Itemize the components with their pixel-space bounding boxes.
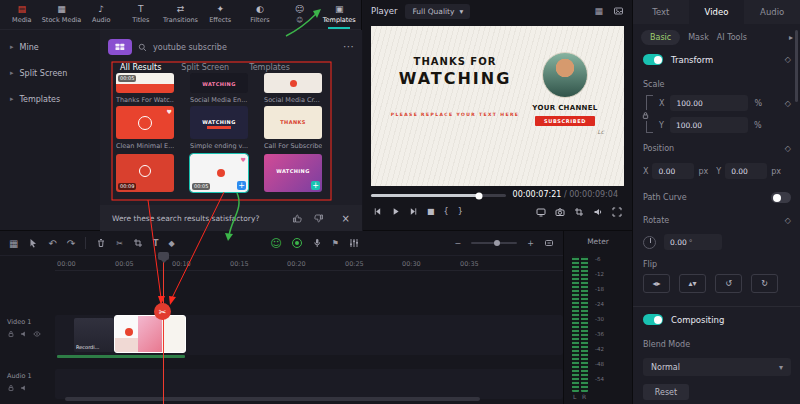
track-mute-icon[interactable] — [20, 330, 28, 338]
pointer-tool-icon[interactable] — [28, 238, 38, 248]
template-card[interactable]: 00:09 — [116, 154, 174, 192]
rotate-input[interactable]: 0.00° — [664, 234, 722, 250]
zoom-in-icon[interactable]: + — [527, 239, 534, 248]
undo-icon[interactable]: ↶ — [48, 238, 56, 249]
tab-filters[interactable]: ◐Filters — [240, 0, 280, 29]
tab-result-split-screen[interactable]: Split Screen — [181, 63, 229, 72]
marker-icon[interactable]: ⚑ — [332, 239, 339, 248]
favorite-icon[interactable]: ♥ — [167, 108, 172, 115]
record-icon[interactable] — [292, 238, 302, 248]
timeline-ruler[interactable]: 00:00 00:05 00:10 00:15 00:20 00:25 00:3… — [55, 257, 563, 271]
mark-in-icon[interactable]: { — [444, 207, 449, 216]
subtab-basic[interactable]: Basic — [641, 30, 680, 45]
rotate-ccw-button[interactable]: ↺ — [715, 274, 742, 293]
tab-templates[interactable]: ▣Templates — [319, 0, 359, 29]
blend-mode-select[interactable]: Normal ▾ — [643, 358, 791, 376]
track-lock-icon[interactable] — [7, 330, 15, 338]
step-forward-icon[interactable] — [409, 207, 418, 216]
media-bin-icon[interactable]: ▦ — [9, 238, 18, 249]
linked-audio-strip[interactable] — [57, 355, 185, 358]
template-thumbnail[interactable]: 00:05 — [116, 73, 174, 93]
tab-text[interactable]: Text — [633, 0, 689, 24]
rotate-dial[interactable] — [643, 236, 656, 249]
template-thumbnail[interactable]: ♥ — [116, 106, 174, 139]
template-card[interactable]: WATCHING Social Media En... — [190, 73, 248, 104]
tab-video[interactable]: Video — [689, 0, 745, 24]
template-card[interactable]: ♥ Clean Minimal E... — [116, 106, 174, 150]
mixer-icon[interactable] — [349, 238, 359, 248]
split-scissors-icon[interactable]: ✂ — [116, 239, 123, 248]
tab-all-results[interactable]: All Results — [120, 63, 161, 72]
crop-tool-icon[interactable] — [133, 238, 143, 248]
template-thumbnail[interactable]: WATCHING + — [264, 154, 322, 192]
crop-icon[interactable] — [574, 207, 584, 217]
subtab-mask[interactable]: Mask — [688, 33, 709, 42]
sidebar-item-templates[interactable]: ▸Templates — [0, 86, 100, 112]
tab-media[interactable]: ▤Media — [2, 0, 42, 29]
playhead-line[interactable] — [163, 255, 164, 404]
step-back-icon[interactable] — [373, 207, 382, 216]
position-x-input[interactable]: 0.00 — [652, 163, 694, 179]
track-hide-icon[interactable] — [33, 330, 41, 338]
template-thumbnail[interactable]: THANKS — [264, 106, 322, 139]
ai-sticker-icon[interactable]: ☺ — [270, 238, 281, 249]
template-card[interactable]: THANKS Call For Subscribe — [264, 106, 322, 150]
sidebar-item-split-screen[interactable]: ▸Split Screen — [0, 60, 100, 86]
more-options-icon[interactable]: ⋯ — [343, 42, 354, 52]
template-thumbnail[interactable]: 00:09 — [116, 154, 174, 192]
tab-effects[interactable]: ✦Effects — [200, 0, 240, 29]
add-to-timeline-button[interactable]: + — [311, 181, 320, 190]
flip-vertical-button[interactable]: ▴▾ — [679, 274, 706, 293]
template-card[interactable]: 00:05 Thanks For Watc... — [116, 73, 174, 104]
zoom-out-icon[interactable]: − — [455, 239, 462, 248]
preview-viewport[interactable]: THANKS FOR WATCHING PLEASE REPLACE YOUR … — [371, 26, 624, 186]
tab-result-templates[interactable]: Templates — [249, 63, 290, 72]
close-icon[interactable]: × — [342, 213, 350, 224]
thumbs-up-icon[interactable] — [292, 213, 303, 224]
thumbs-down-icon[interactable] — [313, 213, 324, 224]
quality-selector[interactable]: Full Quality▾ — [405, 4, 470, 19]
position-y-input[interactable]: 0.00 — [725, 163, 767, 179]
audio-track-lane[interactable] — [55, 369, 563, 399]
template-card[interactable]: Social Media Cr... — [264, 73, 322, 104]
tab-audio[interactable]: ♪Audio — [81, 0, 121, 29]
seek-handle[interactable] — [476, 192, 483, 199]
picture-in-picture-icon[interactable] — [613, 6, 624, 16]
render-preview-icon[interactable] — [536, 207, 546, 217]
recording-clip[interactable]: Recordi... — [74, 318, 114, 352]
tab-transitions[interactable]: ⇄Transitions — [161, 0, 201, 29]
template-thumbnail[interactable]: WATCHING — [190, 73, 248, 93]
search-input[interactable]: youtube subscribe — [153, 43, 227, 52]
seek-bar[interactable] — [371, 194, 506, 197]
keyframe-diamond-icon[interactable]: ◇ — [785, 144, 791, 153]
template-card-selected[interactable]: 00:05 ♥ + — [190, 154, 248, 192]
keyframe-diamond-icon[interactable]: ◇ — [785, 99, 791, 108]
tab-stock-media[interactable]: ▦Stock Media — [42, 0, 82, 29]
tab-audio[interactable]: Audio — [744, 0, 800, 24]
redo-icon[interactable]: ↷ — [67, 238, 75, 249]
favorite-icon[interactable]: ♥ — [241, 156, 246, 163]
playhead-handle[interactable] — [158, 252, 169, 260]
template-clip-selected[interactable] — [114, 315, 186, 353]
layout-grid-icon[interactable]: ▦ — [594, 6, 603, 16]
subtab-ai-tools[interactable]: AI Tools — [717, 33, 747, 42]
delete-icon[interactable] — [96, 238, 106, 248]
template-card[interactable]: WATCHING Simple ending v... — [190, 106, 248, 150]
mark-out-icon[interactable]: } — [458, 207, 463, 216]
track-mute-icon[interactable] — [20, 384, 28, 392]
compositing-toggle[interactable] — [643, 314, 663, 325]
rotate-cw-button[interactable]: ↻ — [751, 274, 778, 293]
zoom-slider[interactable] — [471, 242, 517, 244]
stop-icon[interactable]: ■ — [427, 207, 435, 216]
track-lock-icon[interactable] — [7, 384, 15, 392]
scrollbar[interactable] — [795, 30, 798, 102]
collections-button[interactable] — [108, 39, 132, 55]
tab-titles[interactable]: TTitles — [121, 0, 161, 29]
template-thumbnail[interactable]: 00:05 ♥ + — [190, 154, 248, 192]
add-to-timeline-button[interactable]: + — [237, 181, 246, 190]
scale-x-input[interactable]: 100.00 — [670, 95, 748, 111]
voiceover-mic-icon[interactable] — [312, 238, 322, 248]
play-icon[interactable] — [391, 207, 400, 216]
sidebar-item-mine[interactable]: ▸Mine — [0, 34, 100, 60]
template-card[interactable]: WATCHING + — [264, 154, 322, 192]
